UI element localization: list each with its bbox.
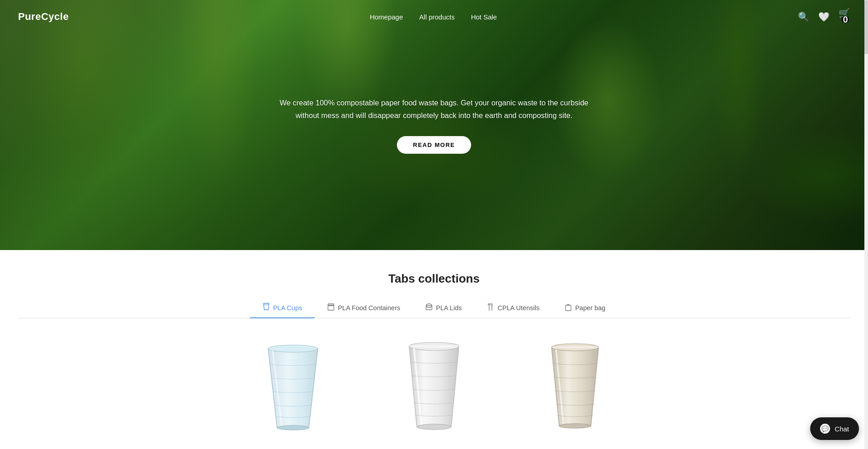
hero-section: We create 100% compostable paper food wa…: [0, 0, 868, 250]
tab-cpla-utensils-label: CPLA Utensils: [497, 304, 539, 312]
hero-text: We create 100% compostable paper food wa…: [271, 96, 597, 122]
product-image-white: [371, 333, 497, 432]
scrollbar-thumb[interactable]: [864, 0, 868, 54]
tabs-section: Tabs collections PLA Cups PLA Food Conta…: [0, 250, 868, 318]
pla-lids-icon: [425, 303, 433, 313]
main-nav: Homepage All products Hot Sale: [370, 13, 497, 21]
tab-paper-bag-label: Paper bag: [575, 304, 605, 312]
wishlist-icon[interactable]: 🤍: [818, 11, 830, 22]
svg-rect-10: [566, 305, 571, 311]
header-icons: 🔍 🤍 🛒 0: [798, 8, 850, 26]
cart-icon-wrapper[interactable]: 🛒 0: [839, 8, 850, 26]
nav-homepage[interactable]: Homepage: [370, 13, 403, 21]
paper-bag-icon: [565, 303, 572, 313]
svg-point-15: [409, 345, 459, 348]
svg-point-17: [559, 424, 591, 428]
product-image-frosted: [512, 333, 638, 432]
tab-cpla-utensils[interactable]: CPLA Utensils: [474, 298, 552, 318]
read-more-button[interactable]: READ MORE: [397, 136, 472, 154]
tab-pla-food-containers-label: PLA Food Containers: [338, 304, 400, 312]
tab-pla-food-containers[interactable]: PLA Food Containers: [315, 298, 413, 318]
svg-point-18: [552, 346, 599, 349]
search-icon[interactable]: 🔍: [798, 11, 809, 22]
chat-bubble-icon: [820, 424, 830, 434]
tab-pla-cups-label: PLA Cups: [273, 304, 302, 312]
svg-point-11: [268, 345, 318, 352]
product-image-clear: [230, 333, 356, 432]
cpla-utensils-icon: [487, 303, 494, 313]
svg-rect-1: [328, 305, 334, 310]
chat-button[interactable]: Chat: [810, 417, 859, 440]
pla-cups-icon: [263, 303, 270, 313]
svg-rect-2: [328, 304, 334, 306]
scrollbar-track[interactable]: [864, 0, 868, 449]
cart-badge: 0: [842, 16, 849, 23]
tabs-nav: PLA Cups PLA Food Containers PLA Lids: [18, 298, 850, 318]
tab-paper-bag[interactable]: Paper bag: [552, 298, 618, 318]
nav-all-products[interactable]: All products: [419, 13, 454, 21]
product-card-frosted-cup[interactable]: [512, 333, 638, 432]
header: PureCycle Homepage All products Hot Sale…: [0, 0, 868, 33]
svg-point-14: [417, 424, 451, 430]
product-card-white-cup[interactable]: [371, 333, 497, 432]
product-grid: [0, 318, 868, 449]
tab-pla-cups[interactable]: PLA Cups: [250, 298, 315, 318]
product-card-clear-cup[interactable]: [230, 333, 356, 432]
chat-label: Chat: [835, 425, 849, 433]
tabs-title: Tabs collections: [18, 272, 850, 286]
logo[interactable]: PureCycle: [18, 11, 69, 23]
svg-point-12: [277, 425, 309, 430]
tab-pla-lids-label: PLA Lids: [436, 304, 462, 312]
pla-food-containers-icon: [327, 303, 335, 313]
hero-content: We create 100% compostable paper food wa…: [262, 96, 606, 154]
nav-hot-sale[interactable]: Hot Sale: [471, 13, 497, 21]
tab-pla-lids[interactable]: PLA Lids: [413, 298, 474, 318]
